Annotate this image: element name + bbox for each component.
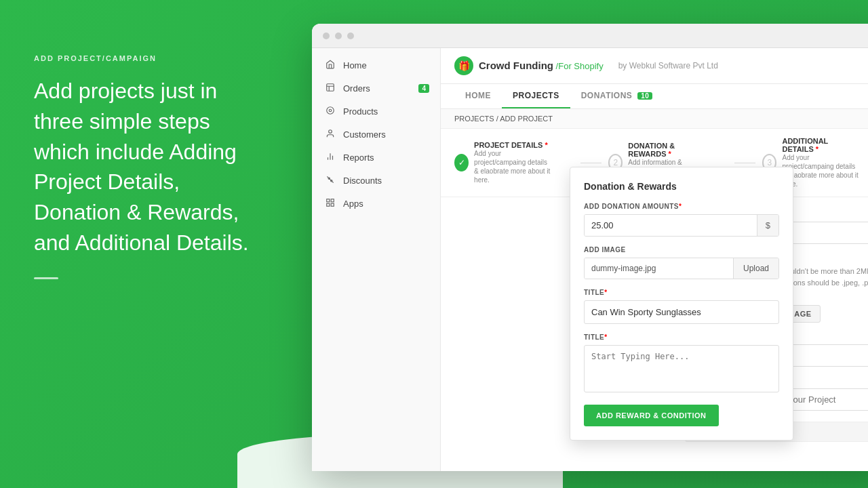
svg-rect-13 <box>331 199 334 202</box>
step-1: ✓ PROJECT DETAILS * Add your project/cam… <box>454 141 574 184</box>
tab-projects[interactable]: PROJECTS <box>502 84 570 108</box>
sidebar-item-reports-label: Reports <box>343 152 374 163</box>
sidebar-item-discounts-label: Discounts <box>343 176 382 186</box>
app-header: 🎁 Crowd Funding /For Shopify by Webkul S… <box>441 48 868 84</box>
orders-badge: 4 <box>418 84 429 93</box>
brand-title: Crowd Funding /For Shopify <box>479 60 604 72</box>
brand: 🎁 Crowd Funding /For Shopify by Webkul S… <box>454 56 718 75</box>
donations-badge: 10 <box>637 92 652 100</box>
sidebar-item-home-label: Home <box>343 60 367 70</box>
tab-donations[interactable]: DONATIONS 10 <box>570 84 664 108</box>
svg-rect-15 <box>327 203 330 206</box>
sidebar-item-orders-label: Orders <box>343 83 370 94</box>
sidebar-item-orders[interactable]: Orders 4 <box>312 77 440 100</box>
upload-button[interactable]: Upload <box>733 258 778 279</box>
step-connector-1 <box>580 163 602 163</box>
sidebar-item-products-label: Products <box>343 106 378 117</box>
brand-icon: 🎁 <box>454 56 473 75</box>
sidebar-item-customers[interactable]: Customers <box>312 123 440 146</box>
add-image-label: ADD IMAGE <box>584 246 779 253</box>
app-content: Home Orders 4 <box>312 48 868 471</box>
divider <box>34 277 58 279</box>
step-connector-2 <box>734 163 756 163</box>
sidebar-item-apps[interactable]: Apps <box>312 192 440 215</box>
sidebar: Home Orders 4 <box>312 48 441 471</box>
add-reward-button[interactable]: ADD REWARD & CONDITION <box>584 405 719 426</box>
image-input-row: Upload <box>584 258 779 279</box>
products-icon <box>326 106 336 117</box>
donation-amounts-label: ADD DONATION AMOUNTS* <box>584 203 779 210</box>
image-filename-input[interactable] <box>585 258 733 279</box>
svg-rect-0 <box>327 84 334 92</box>
browser-bar <box>312 24 868 48</box>
sidebar-item-customers-label: Customers <box>343 129 386 140</box>
customers-icon <box>326 129 336 140</box>
add-label: ADD PROJECT/CAMPAIGN <box>34 54 251 62</box>
apps-icon <box>326 198 336 209</box>
brand-subtitle: by Webkul Software Pvt Ltd <box>618 61 718 70</box>
svg-point-3 <box>327 107 334 115</box>
app-window: Home Orders 4 <box>312 24 868 471</box>
donation-amount-field: $ <box>584 214 779 237</box>
sidebar-item-reports[interactable]: Reports <box>312 146 440 169</box>
step-3-desc: Add your project/campaing details & elao… <box>782 153 861 188</box>
donation-modal: Donation & Rewards ADD DONATION AMOUNTS*… <box>570 167 793 441</box>
donation-amount-input[interactable] <box>585 215 757 236</box>
left-panel: ADD PROJECT/CAMPAIGN Add projects just i… <box>0 0 285 488</box>
svg-line-11 <box>327 176 333 182</box>
main-panel: 🎁 Crowd Funding /For Shopify by Webkul S… <box>441 48 868 471</box>
sidebar-item-apps-label: Apps <box>343 199 363 209</box>
step-1-title: PROJECT DETAILS * <box>474 141 553 149</box>
browser-dot-1 <box>323 33 330 39</box>
sidebar-item-products[interactable]: Products <box>312 100 440 123</box>
svg-rect-14 <box>331 203 334 206</box>
home-icon <box>326 60 336 70</box>
tab-home[interactable]: HOME <box>454 84 502 108</box>
browser-dot-3 <box>347 33 354 39</box>
reports-icon <box>326 152 336 163</box>
svg-rect-12 <box>327 199 330 202</box>
desc-textarea[interactable] <box>584 345 779 392</box>
step-1-circle: ✓ <box>454 154 469 171</box>
step-1-desc: Add your project/campaing details & elao… <box>474 149 553 184</box>
step-1-info: PROJECT DETAILS * Add your project/campa… <box>474 141 553 184</box>
desc-label: TITLE* <box>584 333 779 341</box>
modal-title: Donation & Rewards <box>584 181 779 192</box>
orders-icon <box>326 83 336 94</box>
step-3-info: ADDITIONAL DETAILS * Add your project/ca… <box>782 137 861 188</box>
step-3-title: ADDITIONAL DETAILS * <box>782 137 861 153</box>
step-2-title: DONATION & REWARDS * <box>628 142 707 158</box>
sidebar-item-discounts[interactable]: Discounts <box>312 169 440 192</box>
title-input[interactable] <box>584 300 779 324</box>
nav-tabs: HOME PROJECTS DONATIONS 10 <box>441 84 868 109</box>
currency-suffix: $ <box>757 215 778 236</box>
browser-dot-2 <box>335 33 342 39</box>
discounts-icon <box>326 175 336 186</box>
headline: Add projects just in three simple steps … <box>34 76 251 258</box>
breadcrumb: PROJECTS / ADD PROJECT <box>441 109 868 129</box>
title-label: TITLE* <box>584 289 779 296</box>
svg-point-4 <box>329 109 332 112</box>
svg-point-5 <box>329 130 332 134</box>
sidebar-item-home[interactable]: Home <box>312 54 440 77</box>
